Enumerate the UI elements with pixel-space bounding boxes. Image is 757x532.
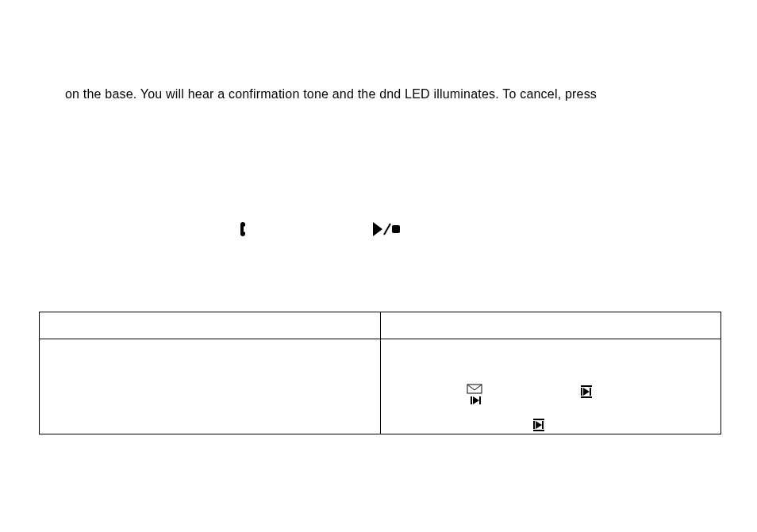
- play-stop-icon: [373, 222, 395, 236]
- svg-rect-15: [542, 421, 544, 429]
- svg-line-1: [384, 224, 390, 235]
- table-body-left: [40, 339, 381, 434]
- mail-skip-icon: [467, 384, 482, 400]
- instruction-table: [39, 312, 721, 434]
- paragraph-line-1: on the base. You will hear a confirmatio…: [65, 87, 597, 101]
- svg-marker-14: [536, 421, 542, 429]
- skip-forward-icon: [581, 385, 597, 401]
- svg-rect-12: [533, 419, 544, 420]
- skip-forward-icon: [533, 419, 549, 434]
- svg-marker-5: [473, 396, 479, 404]
- table-header-right: [380, 312, 721, 339]
- svg-rect-2: [392, 225, 400, 233]
- table-header-left: [40, 312, 381, 339]
- svg-rect-6: [479, 396, 481, 404]
- svg-marker-9: [583, 388, 590, 396]
- svg-rect-11: [581, 396, 592, 398]
- table-body-right: [380, 339, 721, 434]
- svg-marker-0: [373, 222, 382, 236]
- svg-rect-4: [471, 396, 472, 404]
- table-body-row: [40, 339, 721, 434]
- svg-rect-16: [533, 430, 544, 431]
- svg-rect-7: [581, 385, 592, 387]
- svg-rect-8: [581, 388, 582, 396]
- handset-icon: [238, 220, 249, 236]
- table-header-row: [40, 312, 721, 339]
- svg-rect-13: [533, 421, 535, 429]
- svg-rect-10: [590, 388, 591, 396]
